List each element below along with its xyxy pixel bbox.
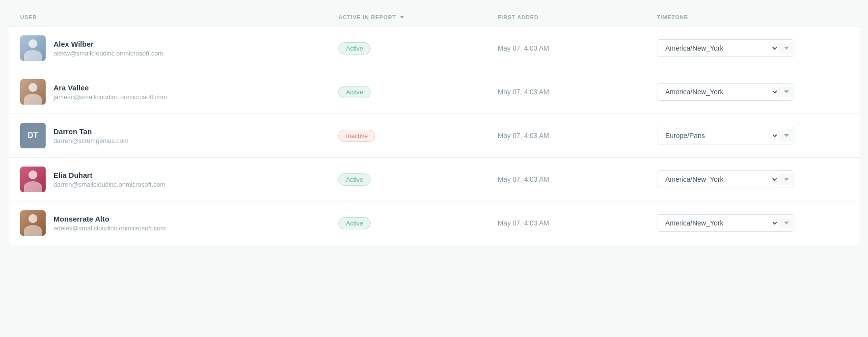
avatar [20,35,46,61]
status-cell: Active [338,217,497,229]
user-name: Elia Duhart [54,171,165,179]
user-info: Elia Duhart darren@smallcloudinc.onmicro… [54,171,165,188]
timezone-cell: America/New_YorkAmerica/ChicagoAmerica/D… [657,127,848,144]
table-header: USER ACTIVE IN REPORT FIRST ADDED TIMEZO… [8,8,860,27]
status-badge: Inactive [338,130,375,142]
user-info: Monserrate Alto adelev@smallcloudinc.onm… [54,215,166,232]
table-row: Elia Duhart darren@smallcloudinc.onmicro… [8,158,860,201]
timezone-select-wrap: America/New_YorkAmerica/ChicagoAmerica/D… [657,39,794,57]
avatar [20,167,46,192]
status-badge: Active [338,173,370,186]
user-email: darren@smallcloudinc.onmicrosoft.com [54,181,165,188]
timezone-cell: America/New_YorkAmerica/ChicagoAmerica/D… [657,170,848,188]
user-name: Alex Wilber [54,40,163,48]
user-email: jamesc@smallcloudinc.onmicrosoft.com [54,93,167,101]
status-badge: Active [338,217,370,229]
table-row: Alex Wilber alexw@smallcloudinc.onmicros… [8,27,860,70]
chevron-down-icon [784,47,789,50]
timezone-dropdown-button[interactable] [779,130,794,141]
chevron-down-icon [784,178,789,181]
timezone-select[interactable]: America/New_YorkAmerica/ChicagoAmerica/D… [657,40,779,56]
timezone-select[interactable]: America/New_YorkAmerica/ChicagoAmerica/D… [657,215,779,231]
header-active-in-report[interactable]: ACTIVE IN REPORT [338,14,497,20]
status-badge: Active [338,42,370,55]
sort-icon [400,16,404,19]
chevron-down-icon [784,134,789,137]
table-body: Alex Wilber alexw@smallcloudinc.onmicros… [8,27,860,245]
avatar: DT [20,123,46,148]
avatar [20,79,46,105]
user-cell: Elia Duhart darren@smallcloudinc.onmicro… [20,167,338,192]
timezone-cell: America/New_YorkAmerica/ChicagoAmerica/D… [657,83,848,101]
chevron-down-icon [784,222,789,225]
user-cell: DT Darren Tan darren@scrumgenius.com [20,123,338,148]
timezone-dropdown-button[interactable] [779,86,794,97]
header-first-added: FIRST ADDED [498,14,657,20]
user-email: alexw@smallcloudinc.onmicrosoft.com [54,50,163,57]
status-cell: Inactive [338,130,497,142]
timezone-select[interactable]: America/New_YorkAmerica/ChicagoAmerica/D… [657,171,779,188]
user-cell: Ara Vallee jamesc@smallcloudinc.onmicros… [20,79,338,105]
users-table: USER ACTIVE IN REPORT FIRST ADDED TIMEZO… [8,8,860,245]
user-cell: Monserrate Alto adelev@smallcloudinc.onm… [20,210,338,236]
user-cell: Alex Wilber alexw@smallcloudinc.onmicros… [20,35,338,61]
table-row: Ara Vallee jamesc@smallcloudinc.onmicros… [8,70,860,114]
user-name: Darren Tan [54,127,129,136]
user-name: Monserrate Alto [54,215,166,223]
first-added-cell: May 07, 4:03 AM [498,44,657,52]
header-user: USER [20,14,338,20]
timezone-select-wrap: America/New_YorkAmerica/ChicagoAmerica/D… [657,170,794,188]
user-info: Ara Vallee jamesc@smallcloudinc.onmicros… [54,84,167,101]
timezone-select-wrap: America/New_YorkAmerica/ChicagoAmerica/D… [657,127,794,144]
timezone-select-wrap: America/New_YorkAmerica/ChicagoAmerica/D… [657,83,794,101]
user-info: Darren Tan darren@scrumgenius.com [54,127,129,144]
timezone-select[interactable]: America/New_YorkAmerica/ChicagoAmerica/D… [657,127,779,144]
header-timezone: TIMEZONE [657,14,848,20]
first-added-cell: May 07, 4:03 AM [498,175,657,183]
timezone-dropdown-button[interactable] [779,218,794,228]
user-email: darren@scrumgenius.com [54,137,129,144]
status-cell: Active [338,42,497,55]
user-name: Ara Vallee [54,84,167,92]
table-row: Monserrate Alto adelev@smallcloudinc.onm… [8,201,860,245]
timezone-select-wrap: America/New_YorkAmerica/ChicagoAmerica/D… [657,214,794,232]
chevron-down-icon [784,90,789,93]
timezone-cell: America/New_YorkAmerica/ChicagoAmerica/D… [657,214,848,232]
status-cell: Active [338,86,497,98]
timezone-dropdown-button[interactable] [779,174,794,185]
timezone-cell: America/New_YorkAmerica/ChicagoAmerica/D… [657,39,848,57]
timezone-select[interactable]: America/New_YorkAmerica/ChicagoAmerica/D… [657,84,779,100]
user-email: adelev@smallcloudinc.onmicrosoft.com [54,225,166,232]
status-cell: Active [338,173,497,186]
table-row: DT Darren Tan darren@scrumgenius.com Ina… [8,114,860,158]
avatar [20,210,46,236]
first-added-cell: May 07, 4:03 AM [498,88,657,96]
first-added-cell: May 07, 4:03 AM [498,132,657,140]
status-badge: Active [338,86,370,98]
user-info: Alex Wilber alexw@smallcloudinc.onmicros… [54,40,163,57]
timezone-dropdown-button[interactable] [779,43,794,54]
first-added-cell: May 07, 4:03 AM [498,219,657,227]
